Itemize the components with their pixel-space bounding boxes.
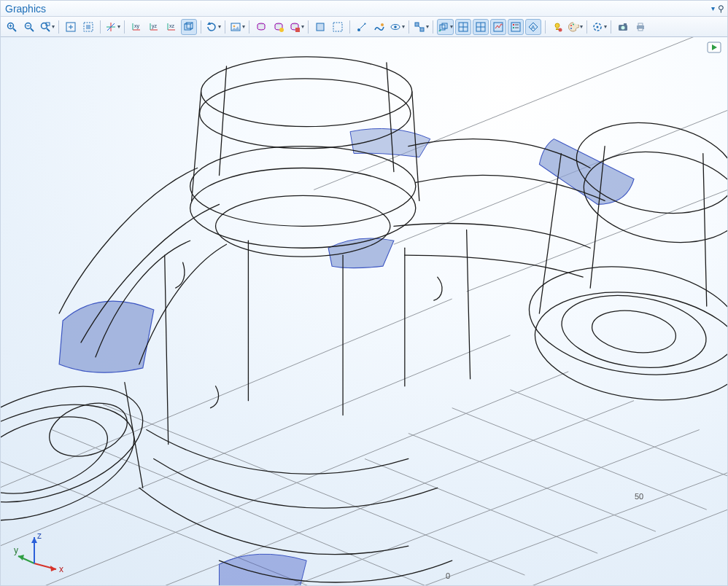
svg-rect-48 — [420, 28, 424, 31]
toolbar-separator — [308, 20, 309, 34]
toolbar-separator — [58, 20, 59, 34]
svg-point-101 — [190, 168, 416, 249]
show-label-icon[interactable]: A — [525, 19, 541, 35]
toolbar-separator — [433, 20, 433, 34]
svg-point-42 — [357, 28, 360, 31]
axis-center-icon[interactable]: ▾ — [104, 19, 120, 35]
select-curve-icon[interactable] — [371, 19, 387, 35]
svg-point-117 — [557, 287, 711, 377]
svg-marker-131 — [18, 555, 24, 560]
image-snapshot-icon[interactable]: ▾ — [229, 19, 245, 35]
show-legend-icon[interactable] — [508, 19, 524, 35]
graphics-canvas[interactable]: 0 50 x y z — [1, 37, 727, 585]
triad-z-label: z — [37, 531, 42, 541]
svg-line-93 — [103, 405, 524, 575]
toolbar-separator — [100, 20, 101, 34]
camera-icon[interactable] — [615, 19, 631, 35]
toolbar-separator — [408, 20, 409, 34]
panel-titlebar: Graphics ▾ ⚲ — [1, 1, 727, 17]
svg-line-8 — [47, 28, 50, 31]
svg-line-85 — [132, 430, 700, 585]
svg-point-99 — [200, 79, 411, 149]
svg-point-44 — [381, 23, 384, 26]
svg-line-126 — [467, 230, 471, 378]
svg-line-122 — [703, 154, 707, 306]
pin-button[interactable]: ⚲ — [718, 4, 724, 14]
svg-rect-62 — [513, 24, 514, 26]
svg-rect-80 — [638, 28, 643, 31]
svg-point-68 — [555, 23, 559, 28]
svg-line-97 — [510, 390, 727, 488]
palette-icon[interactable]: ▾ — [567, 19, 583, 35]
svg-rect-63 — [513, 27, 514, 28]
svg-rect-39 — [295, 28, 300, 32]
svg-point-74 — [596, 26, 598, 28]
svg-point-72 — [570, 28, 572, 29]
svg-marker-133 — [31, 537, 37, 543]
toolbar-separator — [545, 20, 546, 34]
selected-surfaces — [59, 128, 634, 585]
svg-rect-27 — [185, 24, 190, 30]
svg-text:yz: yz — [152, 23, 158, 29]
svg-rect-40 — [317, 23, 324, 31]
surface-select-icon[interactable] — [312, 19, 328, 35]
svg-line-94 — [365, 458, 597, 553]
harddisk-icon[interactable] — [253, 19, 269, 35]
svg-line-1 — [13, 28, 16, 31]
svg-line-83 — [1, 372, 568, 585]
toolbar-separator — [201, 20, 201, 34]
show-axes-icon[interactable] — [473, 19, 489, 35]
svg-point-98 — [201, 57, 412, 127]
harddisk-warn-icon[interactable] — [271, 19, 287, 35]
toolbar-separator — [586, 20, 587, 34]
scene-light-icon[interactable] — [549, 19, 565, 35]
svg-point-109 — [1, 402, 117, 509]
zoom-extents-icon[interactable] — [63, 19, 79, 35]
svg-line-127 — [165, 255, 169, 444]
rotate-cw-icon[interactable]: ▾ — [205, 19, 221, 35]
triad-x-label: x — [59, 564, 63, 574]
svg-line-49 — [419, 26, 420, 28]
axis-tick-50: 50 — [635, 492, 643, 501]
render-wire-icon[interactable]: ▾ — [437, 19, 454, 35]
svg-text:A: A — [531, 24, 535, 31]
select-adjacent-icon[interactable]: ▾ — [413, 19, 429, 35]
svg-line-5 — [31, 28, 34, 31]
zoom-selected-icon[interactable] — [80, 19, 96, 35]
svg-marker-43 — [364, 23, 366, 25]
show-grid-icon[interactable] — [455, 19, 471, 35]
svg-point-37 — [279, 28, 284, 32]
svg-text:xy: xy — [134, 23, 140, 29]
panel-title: Graphics — [5, 3, 46, 15]
zoom-out-icon[interactable] — [21, 19, 37, 35]
select-point-icon[interactable] — [354, 19, 370, 35]
animation-corner-icon[interactable] — [707, 42, 721, 53]
focus-icon[interactable]: ▾ — [591, 19, 607, 35]
box-select-icon[interactable] — [330, 19, 346, 35]
svg-point-118 — [589, 305, 678, 357]
svg-rect-47 — [415, 23, 419, 26]
print-icon[interactable] — [632, 19, 648, 35]
view-xy-icon[interactable]: xy — [128, 19, 144, 35]
view-default-icon[interactable] — [181, 19, 197, 35]
svg-point-46 — [394, 26, 397, 28]
svg-line-96 — [452, 408, 707, 510]
svg-point-76 — [621, 26, 625, 29]
svg-rect-77 — [624, 23, 627, 25]
triad-y-label: y — [14, 545, 18, 555]
view-xz-icon[interactable]: xz — [163, 19, 179, 35]
zoom-in-icon[interactable] — [4, 19, 20, 35]
axis-tick-0: 0 — [446, 571, 450, 580]
harddisk-block-icon[interactable]: ▾ — [288, 19, 304, 35]
toolbar-separator — [349, 20, 350, 34]
model-view — [1, 37, 727, 585]
zoom-box-icon[interactable]: ▾ — [39, 19, 55, 35]
window-menu-button[interactable]: ▾ — [711, 4, 715, 12]
svg-point-71 — [573, 23, 574, 25]
view-yz-icon[interactable]: yz — [146, 19, 162, 35]
select-toggle-icon[interactable]: ▾ — [389, 19, 405, 35]
svg-rect-79 — [638, 23, 643, 26]
svg-line-87 — [336, 495, 727, 585]
svg-text:xz: xz — [169, 23, 175, 28]
show-expr-icon[interactable] — [490, 19, 506, 35]
